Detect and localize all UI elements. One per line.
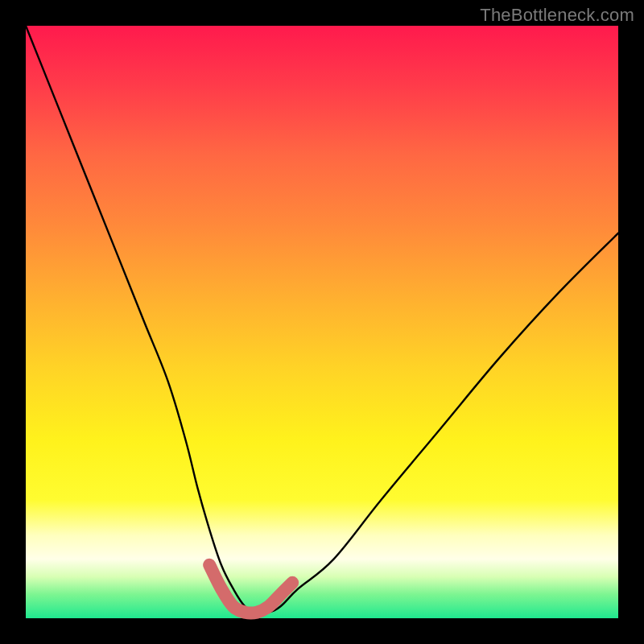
bottleneck-curve bbox=[26, 26, 618, 613]
bottleneck-curve-svg bbox=[26, 26, 618, 618]
plot-area bbox=[26, 26, 618, 618]
watermark-text: TheBottleneck.com bbox=[480, 5, 634, 26]
chart-frame: TheBottleneck.com bbox=[0, 0, 644, 644]
